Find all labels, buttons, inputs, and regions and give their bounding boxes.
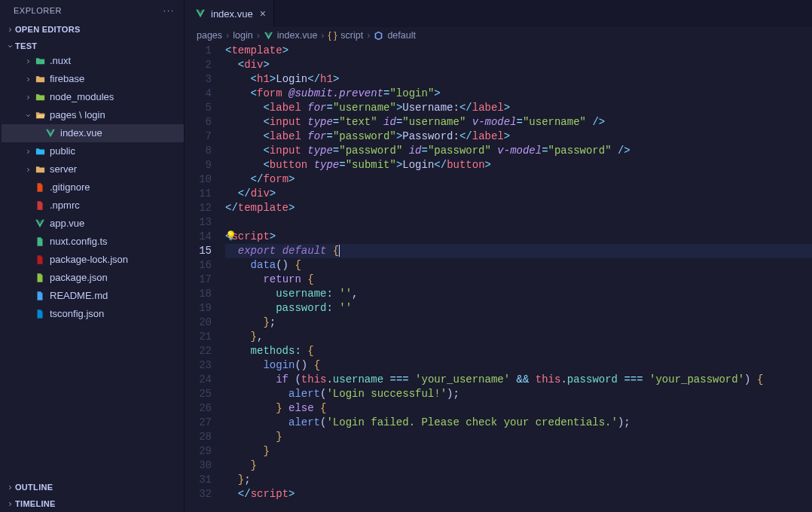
- tree-item-node-modules[interactable]: node_modules: [2, 88, 184, 106]
- tree-item--npmrc[interactable]: .npmrc: [2, 197, 184, 215]
- breadcrumb-item[interactable]: index.vue: [277, 30, 318, 41]
- tree-item-label: package-lock.json: [50, 252, 128, 267]
- tab-bar: index.vue ×: [185, 0, 812, 27]
- tree-item-label: .nuxt: [50, 53, 71, 69]
- workspace-label: TEST: [15, 41, 37, 50]
- breadcrumbs[interactable]: pages › login › index.vue › { } script ›…: [185, 27, 812, 44]
- folder-icon: [33, 74, 47, 85]
- chevron-right-icon: [23, 58, 33, 65]
- file-icon: [33, 273, 47, 283]
- tree-item-firebase[interactable]: firebase: [2, 70, 184, 88]
- folder-open-icon: [33, 110, 47, 121]
- tree-item-label: README.md: [50, 288, 108, 303]
- file-icon: [33, 254, 47, 265]
- explorer-sidebar: EXPLORER ··· OPEN EDITORS TEST .nuxtfire…: [0, 0, 185, 512]
- close-icon[interactable]: ×: [260, 8, 266, 20]
- tree-item-label: package.json: [50, 270, 108, 285]
- outline-label: OUTLINE: [15, 483, 53, 492]
- tree-item-app-vue[interactable]: app.vue: [2, 215, 184, 233]
- chevron-down-icon: [5, 43, 15, 50]
- breadcrumb-item[interactable]: pages: [197, 30, 222, 41]
- file-icon: [33, 309, 47, 319]
- tree-item-label: tsconfig.json: [50, 306, 104, 322]
- tree-item-index-vue[interactable]: index.vue: [2, 124, 184, 142]
- tree-item-label: .gitignore: [50, 180, 90, 195]
- editor-area: index.vue × pages › login › index.vue › …: [185, 0, 812, 512]
- chevron-right-icon: [5, 501, 15, 507]
- tree-item-readme-md[interactable]: README.md: [2, 287, 184, 305]
- chevron-right-icon: [5, 26, 15, 33]
- chevron-right-icon: ›: [226, 30, 229, 41]
- more-icon[interactable]: ···: [163, 6, 175, 15]
- tree-item-label: index.vue: [60, 126, 102, 141]
- file-icon: [33, 291, 47, 301]
- breadcrumb-item[interactable]: default: [387, 30, 416, 41]
- tree-item-server[interactable]: server: [2, 160, 184, 178]
- tree-item-package-json[interactable]: package.json: [2, 269, 184, 287]
- braces-icon: { }: [328, 30, 337, 41]
- tree-item-tsconfig-json[interactable]: tsconfig.json: [2, 305, 184, 323]
- outline-section[interactable]: OUTLINE: [0, 481, 184, 493]
- tree-item-label: node_modules: [50, 90, 114, 105]
- tree-item-label: firebase: [50, 72, 84, 87]
- tab-index-vue[interactable]: index.vue ×: [185, 0, 274, 27]
- chevron-right-icon: [23, 148, 33, 155]
- tree-item-label: public: [50, 144, 75, 159]
- tree-item-label: .npmrc: [50, 198, 80, 213]
- chevron-right-icon: ›: [257, 30, 260, 41]
- cube-icon: [374, 31, 383, 41]
- file-icon: [33, 236, 47, 247]
- timeline-section[interactable]: TIMELINE: [0, 498, 184, 510]
- folder-special-icon: [33, 56, 47, 67]
- folder-icon: [33, 164, 47, 175]
- workspace-section[interactable]: TEST: [0, 40, 184, 52]
- tree-item--nuxt[interactable]: .nuxt: [2, 52, 184, 70]
- tree-item--gitignore[interactable]: .gitignore: [2, 178, 184, 197]
- tree-item-nuxt-config-ts[interactable]: nuxt.config.ts: [2, 233, 184, 251]
- breadcrumb-item[interactable]: login: [233, 30, 252, 41]
- tree-item-pages-login[interactable]: pages \ login: [2, 106, 184, 124]
- folder-special-icon: [33, 92, 47, 103]
- code-editor[interactable]: 1234567891011121314151617181920212223242…: [185, 44, 812, 512]
- tree-item-label: server: [50, 162, 77, 177]
- chevron-right-icon: ›: [367, 30, 370, 41]
- vue-icon: [195, 8, 206, 19]
- tree-item-label: pages \ login: [50, 108, 105, 123]
- breadcrumb-item[interactable]: script: [340, 30, 363, 41]
- timeline-label: TIMELINE: [15, 499, 56, 508]
- open-editors-section[interactable]: OPEN EDITORS: [0, 23, 184, 35]
- folder-special-icon: [33, 146, 47, 157]
- chevron-right-icon: ›: [321, 30, 324, 41]
- line-gutter: 1234567891011121314151617181920212223242…: [185, 44, 225, 512]
- chevron-right-icon: [23, 76, 33, 83]
- lightbulb-icon[interactable]: 💡: [225, 230, 237, 244]
- chevron-right-icon: [23, 94, 33, 101]
- vue-icon: [264, 31, 273, 41]
- vue-icon: [33, 218, 47, 229]
- code-content[interactable]: <template> <div> <h1>Login</h1> <form @s…: [225, 44, 812, 512]
- tab-label: index.vue: [211, 8, 253, 20]
- vue-icon: [44, 128, 57, 139]
- open-editors-label: OPEN EDITORS: [15, 25, 81, 34]
- tree-item-package-lock-json[interactable]: package-lock.json: [2, 251, 184, 269]
- explorer-title: EXPLORER: [14, 6, 62, 15]
- file-icon: [33, 182, 47, 193]
- tree-item-label: nuxt.config.ts: [50, 234, 108, 249]
- tree-item-public[interactable]: public: [2, 142, 184, 160]
- chevron-right-icon: [5, 484, 15, 491]
- explorer-header: EXPLORER ···: [0, 0, 184, 21]
- chevron-down-icon: [23, 112, 33, 119]
- tree-item-label: app.vue: [50, 216, 84, 231]
- file-icon: [33, 200, 47, 211]
- chevron-right-icon: [23, 166, 33, 173]
